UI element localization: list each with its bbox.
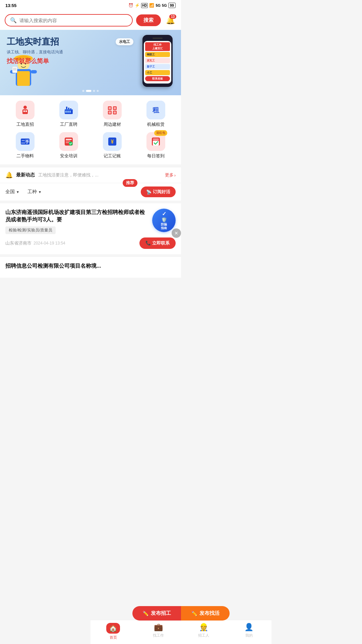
bluetooth-icon: ⚡ bbox=[135, 3, 140, 8]
filter-left: 全国 ▼ 工种 ▼ bbox=[5, 189, 42, 195]
alarm-icon: ⏰ bbox=[128, 3, 133, 8]
search-button[interactable]: 搜索 bbox=[136, 14, 161, 26]
checkin-badge: 送红包 bbox=[154, 130, 167, 136]
checkin-icon: 送红包 bbox=[146, 132, 165, 151]
anti-fraud-text: 防骗指南 bbox=[161, 223, 167, 230]
bell-news-icon: 🔔 bbox=[5, 171, 13, 179]
location-filter[interactable]: 全国 ▼ bbox=[5, 189, 19, 195]
category-item-secondhand[interactable]: 二手 二手物料 bbox=[3, 132, 47, 159]
status-time: 13:55 bbox=[5, 3, 16, 8]
svg-rect-16 bbox=[25, 110, 27, 112]
contact-label-1: 立即联系 bbox=[152, 240, 170, 246]
chevron-right-icon: › bbox=[174, 173, 176, 178]
anti-fraud-badge[interactable]: 🛡️ 防骗指南 bbox=[152, 209, 176, 232]
record-icon: ¥ bbox=[103, 132, 122, 151]
wifi-icon: 📶 bbox=[149, 3, 154, 8]
battery-icon: 99 bbox=[168, 3, 176, 8]
signal-5g-icon: 5G bbox=[156, 3, 161, 7]
dot-2 bbox=[86, 90, 92, 92]
shield-icon: 🛡️ bbox=[161, 217, 167, 223]
category-item-safety[interactable]: 安全培训 bbox=[47, 132, 90, 159]
search-input-container[interactable]: 🔍 bbox=[5, 14, 133, 26]
news-more-button[interactable]: 更多 › bbox=[165, 172, 176, 178]
construction-icon bbox=[16, 101, 35, 119]
category-grid: 工地直招 工厂直聘 bbox=[3, 101, 178, 159]
contact-button-1[interactable]: 📞 立即联系 bbox=[139, 237, 176, 249]
banner[interactable]: 工地实时直招 谈工钱、聊待遇，直接电话沟通 找活就那么简单 找工作上建安汇 bbox=[0, 30, 181, 95]
close-overlay[interactable]: ✕ bbox=[172, 228, 181, 238]
subscribe-label: 订阅好活 bbox=[153, 189, 170, 195]
category-label-factory: 工厂直聘 bbox=[60, 121, 77, 127]
factory-icon bbox=[59, 101, 78, 119]
filter-bar: 全国 ▼ 工种 ▼ 推荐 📡 订阅好活 bbox=[0, 183, 181, 201]
category-item-record[interactable]: ¥ 记工记账 bbox=[90, 132, 134, 159]
banner-dots bbox=[82, 90, 99, 92]
svg-rect-31 bbox=[109, 111, 111, 114]
category-item-checkin[interactable]: 送红包 每日签到 bbox=[134, 132, 178, 159]
category-label-secondhand: 二手物料 bbox=[16, 153, 34, 159]
search-bar: 🔍 搜索 🔔 13 bbox=[0, 11, 181, 30]
svg-rect-22 bbox=[68, 108, 69, 110]
category-label-construction: 工地直招 bbox=[16, 121, 34, 127]
job-list: 山东济南遥强国际机场改扩建项目第三方检招聘检师或者检员或者熟手均可3人。要 检验… bbox=[0, 203, 181, 278]
svg-rect-30 bbox=[114, 107, 116, 109]
job-title-1: 山东济南遥强国际机场改扩建项目第三方检招聘检师或者检员或者熟手均可3人。要 bbox=[5, 209, 176, 224]
job-tags-1: 检验/检测/实验员/质量员 bbox=[5, 226, 176, 234]
hd-icon: HD bbox=[141, 3, 148, 8]
secondhand-icon: 二手 bbox=[16, 132, 35, 151]
notification-button[interactable]: 🔔 13 bbox=[164, 14, 176, 26]
svg-point-13 bbox=[23, 106, 27, 109]
location-label: 全国 bbox=[5, 189, 15, 195]
job-location-1: 山东省济南市 2024-04-19 13:54 bbox=[5, 240, 65, 246]
news-bar: 🔔 最新动态 工地找活要注意，即便难找，... 更多 › bbox=[0, 167, 181, 183]
banner-highlight: 找活就那么简单 bbox=[7, 57, 63, 65]
status-bar: 13:55 ⏰ ⚡ HD 📶 5G 5G 99 bbox=[0, 0, 181, 11]
banner-content: 工地实时直招 谈工钱、聊待遇，直接电话沟通 找活就那么简单 bbox=[7, 37, 63, 65]
banner-phone-mockup: 找工作上建安汇 钢筋工 ⚡ 泥瓦工 架子工 小工 联系老板 水电工 bbox=[127, 35, 174, 92]
banner-title: 工地实时直招 bbox=[7, 37, 63, 47]
category-item-construction[interactable]: 工地直招 bbox=[3, 101, 47, 127]
svg-rect-14 bbox=[22, 109, 28, 114]
job-card-2: 招聘信息公司检测有限公司项目名称境... bbox=[0, 257, 181, 278]
category-label-rental: 机械租赁 bbox=[147, 121, 165, 127]
phone-icon-1: 📞 bbox=[145, 240, 151, 246]
search-input[interactable] bbox=[19, 18, 127, 23]
category-label-checkin: 每日签到 bbox=[147, 153, 165, 159]
svg-rect-29 bbox=[109, 107, 111, 109]
banner-subtitle: 谈工钱、聊待遇，直接电话沟通 bbox=[7, 49, 63, 55]
category-item-rental[interactable]: 租 机械租赁 bbox=[134, 101, 178, 127]
category-label-materials: 周边建材 bbox=[104, 121, 121, 127]
dot-1 bbox=[82, 90, 84, 92]
status-icons: ⏰ ⚡ HD 📶 5G 5G 99 bbox=[128, 3, 176, 8]
job-date-1: 2024-04-19 13:54 bbox=[34, 241, 65, 246]
dot-4 bbox=[97, 90, 99, 92]
svg-rect-15 bbox=[23, 110, 25, 112]
chevron-down-icon2: ▼ bbox=[38, 190, 42, 194]
notification-badge: 13 bbox=[169, 14, 176, 19]
svg-text:二手: 二手 bbox=[21, 140, 29, 144]
svg-rect-32 bbox=[114, 111, 116, 114]
rental-icon: 租 bbox=[146, 101, 165, 119]
svg-rect-43 bbox=[153, 139, 159, 140]
subscribe-icon: 📡 bbox=[146, 190, 152, 195]
svg-rect-18 bbox=[65, 111, 67, 113]
search-icon: 🔍 bbox=[10, 17, 17, 23]
news-more-label: 更多 bbox=[165, 172, 174, 178]
category-item-factory[interactable]: 工厂直聘 bbox=[47, 101, 90, 127]
job-card-1: 山东济南遥强国际机场改扩建项目第三方检招聘检师或者检员或者熟手均可3人。要 检验… bbox=[0, 203, 181, 254]
job-tag-1: 检验/检测/实验员/质量员 bbox=[5, 226, 56, 234]
job-type-filter[interactable]: 工种 ▼ bbox=[27, 189, 42, 195]
subscribe-button[interactable]: 📡 订阅好活 bbox=[141, 186, 176, 197]
job-type-label: 工种 bbox=[27, 189, 37, 195]
category-label-safety: 安全培训 bbox=[60, 153, 77, 159]
svg-rect-6 bbox=[31, 70, 37, 73]
dot-3 bbox=[93, 90, 95, 92]
svg-rect-9 bbox=[12, 67, 17, 73]
svg-rect-37 bbox=[66, 141, 70, 142]
svg-rect-36 bbox=[66, 139, 72, 140]
materials-icon bbox=[103, 101, 122, 119]
job-title-2: 招聘信息公司检测有限公司项目名称境... bbox=[5, 262, 176, 270]
job-meta-1: 山东省济南市 2024-04-19 13:54 📞 立即联系 bbox=[5, 237, 176, 249]
category-item-materials[interactable]: 周边建材 bbox=[90, 101, 134, 127]
signal-5g2-icon: 5G bbox=[162, 3, 167, 7]
